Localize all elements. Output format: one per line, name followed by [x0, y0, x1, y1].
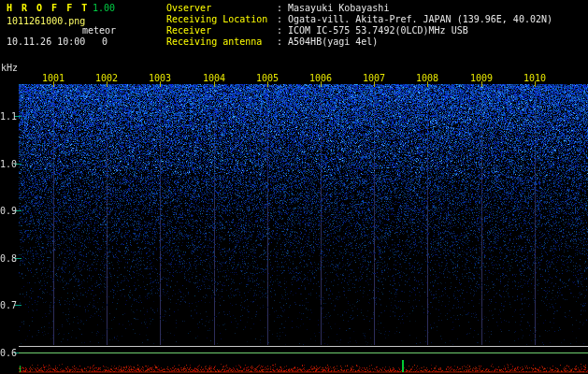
output-filename: 1011261000.png — [7, 16, 85, 26]
info-value: : Ogata-vill. Akita-Pref. JAPAN (139.96E… — [277, 14, 552, 25]
time-tick-label: 1008 — [416, 73, 438, 83]
station-info: Ovserver : Masayuki Kobayashi Receiving … — [166, 3, 552, 48]
app-version: 1.00 — [93, 3, 115, 13]
time-tick-label: 1003 — [149, 73, 171, 83]
info-label: Receiving antenna — [166, 36, 277, 48]
info-row-location: Receiving Location : Ogata-vill. Akita-P… — [166, 14, 552, 25]
info-label: Ovserver — [166, 3, 277, 14]
time-tick-label: 1006 — [309, 73, 332, 83]
info-row-antenna: Receiving antenna : A504HB(yagi 4el) — [166, 36, 552, 48]
freq-tick-label: 1.1 — [0, 111, 16, 122]
info-label: Receiving Location — [166, 14, 277, 25]
time-tick-label: 1005 — [256, 73, 279, 83]
time-tick-label: 1004 — [203, 73, 225, 83]
time-tick-label: 1002 — [95, 73, 118, 83]
mode-label: meteor — [82, 25, 116, 36]
time-tick-label: 1009 — [470, 73, 493, 83]
app-title: H R O F F T — [7, 3, 89, 13]
meteor-count: 0 — [102, 36, 108, 47]
freq-tick-label: 0.7 — [0, 300, 16, 310]
info-value: : ICOM IC-575 53.7492(0LCD)MHz USB — [277, 25, 468, 36]
time-tick-label: 1010 — [523, 73, 546, 83]
time-tick-label: 1007 — [363, 73, 385, 83]
freq-tick-label: 0.9 — [0, 206, 16, 216]
hrofft-output: H R O F F T 1.00 1011261000.png meteor 1… — [0, 0, 588, 374]
info-row-receiver: Receiver : ICOM IC-575 53.7492(0LCD)MHz … — [166, 25, 552, 36]
info-label: Receiver — [166, 25, 277, 36]
freq-axis-unit: kHz — [1, 63, 18, 73]
time-tick-label: 1001 — [42, 73, 65, 83]
freq-tick-label: 0.6 — [0, 348, 16, 358]
info-value: : Masayuki Kobayashi — [277, 3, 389, 14]
info-row-observer: Ovserver : Masayuki Kobayashi — [166, 3, 552, 14]
datetime-label: 10.11.26 10:00 — [7, 36, 85, 47]
spectrogram-canvas — [0, 0, 588, 374]
freq-tick-label: 1.0 — [0, 159, 16, 169]
info-value: : A504HB(yagi 4el) — [277, 36, 378, 48]
freq-tick-label: 0.8 — [0, 253, 16, 264]
